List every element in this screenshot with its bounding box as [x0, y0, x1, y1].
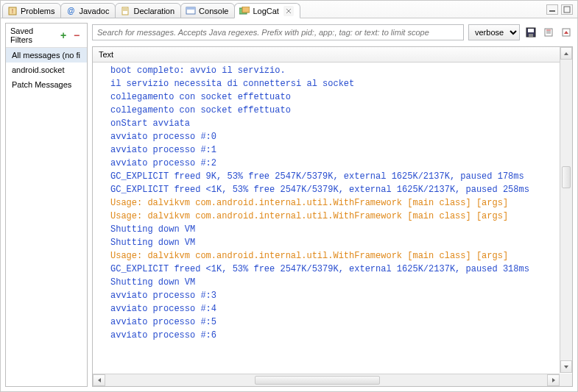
filter-item[interactable]: android.socket: [6, 63, 87, 77]
log-line[interactable]: collegamento con socket effettuato: [110, 90, 572, 104]
scroll-left-icon[interactable]: [93, 374, 105, 386]
svg-marker-23: [564, 366, 568, 368]
svg-rect-14: [528, 29, 534, 32]
log-line[interactable]: GC_EXPLICIT freed <1K, 53% free 2547K/53…: [110, 183, 572, 196]
saved-filters-title: Saved Filters: [10, 26, 53, 44]
clear-log-icon[interactable]: [542, 26, 555, 39]
log-line[interactable]: Shutting down VM: [110, 223, 572, 236]
minimize-view-icon[interactable]: [546, 4, 558, 15]
log-line[interactable]: avviato processo #:4: [110, 302, 572, 316]
svg-rect-15: [529, 34, 533, 37]
svg-marker-25: [552, 378, 555, 382]
svg-marker-21: [564, 31, 568, 34]
svg-rect-6: [186, 7, 195, 10]
log-line[interactable]: il servizio necessita di connettersi al …: [110, 77, 572, 90]
log-level-select[interactable]: verbose: [468, 24, 520, 40]
scroll-up-icon[interactable]: [560, 47, 572, 60]
tab-javadoc[interactable]: @ Javadoc: [60, 3, 116, 18]
log-table: Text boot completo: avvio il servizio.il…: [92, 46, 573, 387]
log-line[interactable]: avviato processo #:0: [110, 130, 572, 143]
problems-icon: !: [7, 6, 18, 16]
log-line[interactable]: avviato processo #:6: [110, 329, 572, 342]
tab-problems[interactable]: ! Problems: [2, 3, 61, 18]
horizontal-scrollbar[interactable]: [93, 374, 560, 386]
svg-rect-12: [564, 7, 570, 13]
svg-text:!: !: [12, 7, 14, 15]
log-line[interactable]: Shutting down VM: [110, 276, 572, 289]
log-line[interactable]: Shutting down VM: [110, 236, 572, 249]
logcat-icon: [239, 6, 250, 16]
maximize-view-icon[interactable]: [561, 4, 573, 15]
filter-item[interactable]: Patch Messages: [6, 77, 87, 92]
scroll-corner: [560, 374, 572, 386]
tab-label: Console: [199, 7, 228, 15]
log-line[interactable]: avviato processo #:1: [110, 143, 572, 157]
tab-label: Declaration: [133, 7, 175, 15]
log-content: verbose Text boot completo: avvio il ser…: [92, 23, 573, 387]
add-filter-icon[interactable]: +: [57, 29, 69, 41]
scroll-thumb[interactable]: [562, 166, 571, 188]
log-column-header[interactable]: Text: [93, 47, 572, 63]
log-line[interactable]: avviato processo #:3: [110, 289, 572, 302]
tab-label: LogCat: [253, 7, 278, 15]
main-area: Saved Filters + − All messages (no fi an…: [1, 18, 577, 391]
log-line[interactable]: boot completo: avvio il servizio.: [110, 64, 572, 77]
log-line[interactable]: GC_EXPLICIT freed 9K, 53% free 2547K/537…: [110, 170, 572, 183]
log-line[interactable]: avviato processo #:5: [110, 316, 572, 329]
scroll-down-icon[interactable]: [560, 360, 572, 373]
tabbar-controls: [546, 4, 577, 15]
declaration-icon: [120, 6, 130, 16]
log-line[interactable]: avviato processo #:2: [110, 157, 572, 170]
tab-console[interactable]: Console: [180, 3, 235, 18]
vertical-scrollbar[interactable]: [560, 47, 572, 373]
saved-filters-panel: Saved Filters + − All messages (no fi an…: [5, 23, 88, 387]
log-line[interactable]: collegamento con socket effettuato: [110, 104, 572, 117]
log-line[interactable]: onStart avviata: [110, 117, 572, 130]
log-toolbar: verbose: [92, 23, 573, 46]
filter-item[interactable]: All messages (no fi: [6, 48, 87, 63]
search-input[interactable]: [92, 24, 464, 40]
scroll-thumb[interactable]: [255, 376, 380, 385]
remove-filter-icon[interactable]: −: [71, 29, 82, 41]
tab-bar: ! Problems @ Javadoc Declaration Console…: [1, 1, 577, 18]
javadoc-icon: @: [66, 6, 76, 16]
tab-label: Problems: [21, 7, 54, 15]
log-line[interactable]: Usage: dalvikvm com.android.internal.uti…: [110, 210, 572, 223]
svg-marker-24: [98, 378, 101, 382]
saved-filters-header: Saved Filters + −: [6, 24, 87, 48]
console-icon: [186, 6, 196, 16]
scroll-right-icon[interactable]: [547, 374, 560, 386]
tab-logcat[interactable]: LogCat: [234, 3, 300, 18]
log-line[interactable]: Usage: dalvikvm com.android.internal.uti…: [110, 249, 572, 263]
svg-rect-8: [242, 7, 250, 13]
log-body[interactable]: boot completo: avvio il servizio.il serv…: [93, 63, 572, 386]
svg-marker-22: [564, 52, 568, 55]
scroll-lock-icon[interactable]: [560, 26, 573, 39]
save-log-icon[interactable]: [524, 26, 538, 39]
tab-declaration[interactable]: Declaration: [115, 3, 181, 18]
log-line[interactable]: Usage: dalvikvm com.android.internal.uti…: [110, 196, 572, 210]
tab-label: Javadoc: [79, 7, 109, 15]
close-icon[interactable]: [283, 6, 294, 16]
log-line[interactable]: GC_EXPLICIT freed <1K, 53% free 2547K/53…: [110, 263, 572, 276]
